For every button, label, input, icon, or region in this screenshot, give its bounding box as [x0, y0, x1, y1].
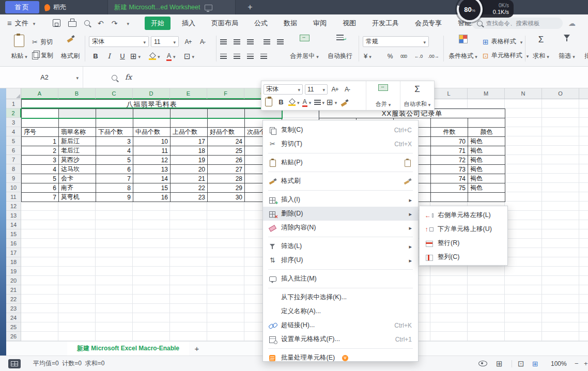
column-header-F[interactable]: F: [207, 88, 244, 99]
wrap-text-button[interactable]: 自动换行: [326, 33, 354, 62]
table-cell[interactable]: 褐色: [468, 146, 505, 156]
table-cell[interactable]: 5: [22, 174, 59, 183]
chevron-down-icon[interactable]: [125, 20, 129, 27]
table-cell[interactable]: [171, 118, 208, 128]
row-header-24[interactable]: 24: [6, 313, 21, 322]
table-cell[interactable]: 2: [22, 146, 59, 156]
table-cell[interactable]: 4: [22, 165, 59, 174]
justify-button[interactable]: [260, 51, 267, 61]
row-header-20[interactable]: 20: [6, 276, 21, 285]
mini-paste-button[interactable]: [264, 97, 274, 107]
context-menu-item-9[interactable]: 插入批注(M): [263, 272, 418, 286]
table-cell[interactable]: [208, 109, 245, 118]
context-menu-item-12[interactable]: 超链接(H)...Ctrl+K: [263, 318, 418, 332]
table-cell[interactable]: 褐色: [468, 137, 505, 146]
table-cell[interactable]: 13: [133, 165, 171, 174]
increase-font-button[interactable]: [182, 36, 194, 47]
column-header-L[interactable]: L: [430, 88, 468, 99]
table-cell[interactable]: 褐色: [468, 183, 505, 193]
table-cell[interactable]: 26: [208, 156, 245, 165]
add-sheet-button[interactable]: +: [190, 342, 204, 355]
context-menu-item-3[interactable]: 格式刷: [263, 174, 418, 188]
ribbon-tab-1[interactable]: 插入: [177, 17, 200, 30]
table-cell[interactable]: [22, 109, 59, 118]
mini-fill-color-button[interactable]: [288, 97, 300, 107]
bold-button[interactable]: [90, 51, 101, 61]
table-cell[interactable]: 3: [96, 137, 133, 146]
table-cell[interactable]: 18: [171, 146, 208, 156]
sort-button[interactable]: 排序: [581, 33, 588, 62]
align-right-button[interactable]: [247, 51, 254, 61]
redo-icon[interactable]: [112, 19, 118, 27]
table-cell[interactable]: 11: [133, 146, 171, 156]
file-menu-button[interactable]: 文件: [7, 14, 35, 32]
table-cell[interactable]: 南齐: [59, 183, 96, 193]
context-menu-item-8[interactable]: 排序(U): [263, 253, 418, 267]
font-color-button[interactable]: [166, 51, 176, 61]
mini-bold-button[interactable]: [276, 97, 286, 107]
context-menu-item-7[interactable]: 筛选(L): [263, 239, 418, 253]
page-layout-view-button[interactable]: [532, 356, 538, 371]
table-cell[interactable]: [468, 118, 505, 128]
table-cell[interactable]: 序号: [22, 128, 59, 137]
table-cell[interactable]: [431, 193, 468, 202]
table-cell[interactable]: 老后江: [59, 146, 96, 156]
table-cell[interactable]: 74: [431, 174, 468, 183]
zoom-in-button[interactable]: [584, 356, 588, 371]
table-cell[interactable]: 3: [22, 156, 59, 165]
increase-indent-button[interactable]: [277, 36, 284, 47]
row-header-17[interactable]: 17: [6, 248, 21, 257]
row-header-9[interactable]: 9: [6, 174, 21, 183]
row-header-23[interactable]: 23: [6, 304, 21, 313]
ribbon-tab-6[interactable]: 视图: [338, 17, 361, 30]
undo-icon[interactable]: [98, 19, 104, 27]
insert-function-button[interactable]: fx: [125, 73, 132, 81]
name-box[interactable]: A2: [6, 67, 83, 88]
format-painter-button[interactable]: 格式刷: [58, 33, 83, 62]
align-top-button[interactable]: [220, 36, 227, 47]
row-header-16[interactable]: 16: [6, 239, 21, 248]
table-cell[interactable]: 6: [96, 165, 133, 174]
align-middle-button[interactable]: [234, 36, 240, 47]
table-cell[interactable]: 23: [171, 193, 208, 202]
zoom-level[interactable]: 100%: [551, 356, 567, 371]
row-header-12[interactable]: 12: [6, 202, 21, 211]
table-cell[interactable]: 21: [171, 174, 208, 183]
context-menu-item-2[interactable]: 粘贴(P): [263, 156, 418, 169]
mini-increase-font-button[interactable]: [330, 84, 340, 95]
context-menu-item-0[interactable]: 复制(C)Ctrl+C: [263, 123, 418, 137]
row-header-21[interactable]: 21: [6, 285, 21, 295]
column-header-N[interactable]: N: [505, 88, 542, 99]
table-cell[interactable]: 22: [171, 183, 208, 193]
ribbon-tab-7[interactable]: 开发工具: [367, 17, 404, 30]
table-cell[interactable]: 莫弯机: [59, 193, 96, 202]
table-cell[interactable]: [59, 109, 96, 118]
font-size-select[interactable]: 11: [151, 36, 179, 47]
column-header-A[interactable]: A: [21, 88, 58, 99]
ribbon-tab-4[interactable]: 数据: [279, 17, 302, 30]
decrease-font-button[interactable]: [196, 36, 209, 47]
row-header-11[interactable]: 11: [6, 192, 21, 202]
table-cell[interactable]: [133, 109, 171, 118]
table-cell[interactable]: 下品个数: [96, 128, 133, 137]
table-cell[interactable]: 6: [22, 183, 59, 193]
borders-button[interactable]: [130, 51, 141, 61]
row-header-15[interactable]: 15: [6, 229, 21, 239]
context-menu-item-4[interactable]: 插入(I): [263, 193, 418, 207]
table-cell[interactable]: 17: [171, 137, 208, 146]
delete-submenu-item-2[interactable]: 整行(R): [420, 236, 507, 250]
table-cell[interactable]: 中品个数: [133, 128, 171, 137]
row-header-6[interactable]: 6: [6, 146, 21, 155]
select-all-corner[interactable]: [6, 88, 21, 99]
table-cell[interactable]: 75: [431, 183, 468, 193]
row-header-18[interactable]: 18: [6, 257, 21, 267]
hide-ribbon-button[interactable]: [478, 356, 487, 371]
underline-button[interactable]: [117, 51, 128, 61]
row-header-14[interactable]: 14: [6, 220, 21, 229]
table-cell[interactable]: 28: [208, 174, 245, 183]
font-name-select[interactable]: 宋体: [89, 36, 149, 47]
context-menu-item-14[interactable]: 批量处理单元格(E): [263, 351, 418, 362]
table-cell[interactable]: 15: [133, 183, 171, 193]
currency-format-button[interactable]: [364, 51, 372, 61]
filter-button[interactable]: 筛选: [555, 33, 579, 62]
